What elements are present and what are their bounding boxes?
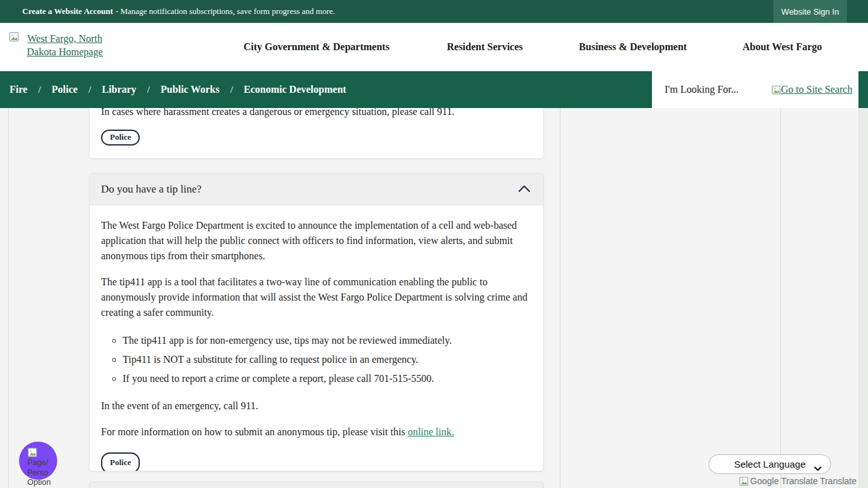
subnav-public-works[interactable]: Public Works <box>161 84 220 95</box>
answer-link-prefix: For more information on how to submit an… <box>101 426 408 437</box>
site-header: West Fargo, North Dakota Homepage City G… <box>0 23 868 71</box>
homepage-link-label[interactable]: West Fargo, North Dakota Homepage <box>23 32 107 58</box>
faq-card-next-sliver[interactable] <box>89 482 544 488</box>
bullet-item: The tip411 app is for non-emergency use,… <box>123 331 532 350</box>
nav-resident-services[interactable]: Resident Services <box>447 41 523 53</box>
page-options-line: Perso <box>27 468 51 478</box>
faq-question: Do you have a tip line? <box>101 183 201 196</box>
nav-business-development[interactable]: Business & Development <box>579 41 687 53</box>
nav-about-west-fargo[interactable]: About West Fargo <box>742 41 822 53</box>
department-nav-bar: Fire / Police / Library / Public Works /… <box>0 71 868 108</box>
page-options-alt-text: Page/ Perso Option <box>27 447 51 488</box>
subnav-police[interactable]: Police <box>51 84 78 95</box>
scrollbar-track[interactable] <box>858 108 868 488</box>
go-to-site-search-label[interactable]: Go to Site Search <box>781 84 852 95</box>
search-input[interactable] <box>665 84 760 95</box>
broken-image-icon <box>27 447 37 458</box>
police-tag-button[interactable]: Police <box>101 130 140 146</box>
select-language-dropdown[interactable]: Select Language <box>709 454 831 474</box>
google-translate-attribution: Google Translate Translate <box>739 476 857 486</box>
broken-image-icon <box>771 85 781 95</box>
subnav-separator: / <box>38 85 41 95</box>
online-link[interactable]: online link. <box>408 426 454 437</box>
sidebar-divider <box>780 108 781 488</box>
page-options-line: Page/ <box>27 458 51 468</box>
chevron-down-icon <box>814 463 822 473</box>
answer-paragraph: The West Fargo Police Department is exci… <box>101 218 532 264</box>
select-language-label: Select Language <box>734 459 806 470</box>
subnav-separator: / <box>230 85 233 95</box>
page-options-line: Option <box>27 478 51 488</box>
department-nav-items: Fire / Police / Library / Public Works /… <box>10 71 346 108</box>
bullet-item: If you need to report a crime or complet… <box>123 369 532 388</box>
subnav-economic-development[interactable]: Economic Development <box>244 84 346 95</box>
answer-paragraph: The tip411 app is a tool that facilitate… <box>101 274 532 320</box>
faq-card-tip-line: Do you have a tip line? The West Fargo P… <box>89 173 544 471</box>
subnav-library[interactable]: Library <box>102 84 136 95</box>
left-divider <box>8 108 9 488</box>
answer-paragraph-with-link: For more information on how to submit an… <box>101 424 532 440</box>
account-promo-text: Create a Website Account - Manage notifi… <box>22 0 335 23</box>
website-sign-in-button[interactable]: Website Sign In <box>773 0 847 23</box>
answer-bullet-list: The tip411 app is for non-emergency use,… <box>101 331 532 388</box>
subnav-separator: / <box>147 85 150 95</box>
broken-image-icon <box>9 32 19 44</box>
translate-label: Translate <box>820 476 857 486</box>
account-promo-rest: - Manage notification subscriptions, sav… <box>116 6 335 17</box>
go-to-site-search-link[interactable]: Go to Site Search <box>771 84 852 95</box>
subnav-fire[interactable]: Fire <box>10 84 27 95</box>
faq-accordion-header[interactable]: Do you have a tip line? <box>90 173 543 205</box>
subnav-separator: / <box>88 85 91 95</box>
chevron-up-icon[interactable] <box>518 184 531 195</box>
account-promo-bold: Create a Website Account <box>22 6 113 17</box>
nav-city-government[interactable]: City Government & Departments <box>243 41 390 53</box>
faq-answer-body: The West Fargo Police Department is exci… <box>90 205 543 471</box>
utility-bar: Create a Website Account - Manage notifi… <box>0 0 868 23</box>
page-options-button[interactable]: Page/ Perso Option <box>19 442 57 480</box>
content-divider <box>560 108 560 488</box>
broken-image-icon <box>739 477 749 486</box>
police-tag-button[interactable]: Police <box>101 452 140 471</box>
google-translate-alt-text: Google Translate <box>750 476 818 486</box>
answer-paragraph: In the event of an emergency, call 911. <box>101 398 532 414</box>
homepage-logo-link[interactable]: West Fargo, North Dakota Homepage <box>9 32 107 58</box>
site-search-box: Go to Site Search <box>652 71 858 108</box>
bullet-item: Tip411 is NOT a substitute for calling t… <box>123 350 532 369</box>
